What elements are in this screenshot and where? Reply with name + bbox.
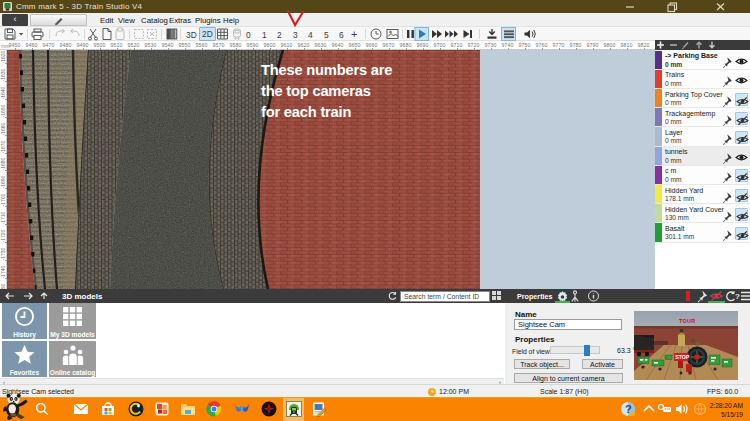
svg-text:STOP: STOP [675,354,690,360]
svg-text:These numbers are: These numbers are [261,62,392,78]
svg-text:the top cameras: the top cameras [261,83,371,99]
svg-text:?: ? [735,292,740,301]
svg-text:TOUR: TOUR [679,318,695,324]
svg-text:for each train: for each train [261,104,351,120]
